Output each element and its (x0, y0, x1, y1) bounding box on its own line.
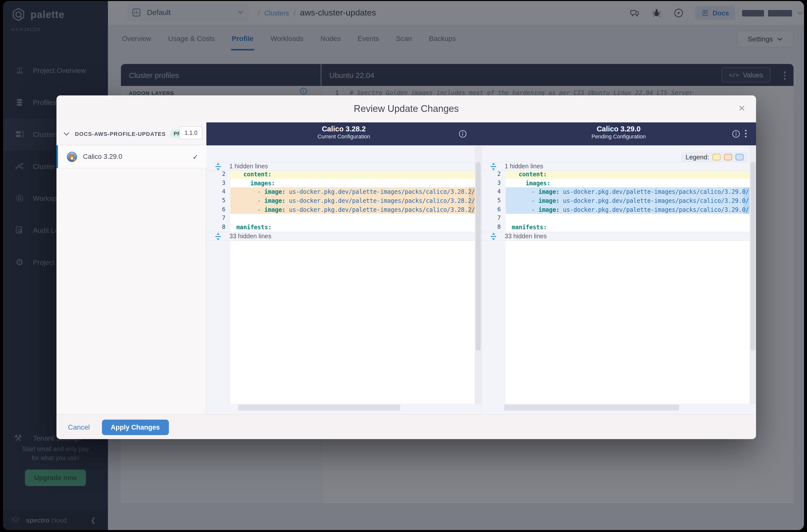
code-line: 3 images: (482, 178, 756, 187)
line-number: 5 (206, 196, 230, 205)
line-content: - image: us-docker.pkg.dev/palette-image… (230, 205, 481, 214)
unfold-icon[interactable] (490, 163, 497, 170)
yaml-dash-token: - (257, 197, 261, 204)
code-line: 8 manifests: (206, 223, 481, 231)
diff-panel-current: 2 content: 3 images: 4 - image: us-docke… (206, 145, 481, 414)
vertical-scrollbar[interactable] (750, 146, 756, 404)
yaml-dash-token: - (531, 188, 535, 195)
code-line: 5 - image: us-docker.pkg.dev/palette-ima… (482, 196, 756, 205)
horizontal-scrollbar-thumb[interactable] (238, 405, 400, 411)
line-number: 2 (482, 170, 506, 178)
unfold-icon[interactable] (490, 232, 497, 240)
code-lines-current: 2 content: 3 images: 4 - image: us-docke… (206, 170, 481, 232)
line-number: 7 (482, 214, 506, 223)
info-icon[interactable] (459, 130, 467, 138)
pending-config-header: Calico 3.29.0 Pending Configuration (481, 122, 756, 145)
profile-tree-header[interactable]: DOCS-AWS-PROFILE-UPDATES PROJ 1.1.0 (56, 122, 206, 145)
modal-footer: Cancel Apply Changes (56, 414, 756, 439)
hidden-lines-row[interactable]: 1 hidden lines (482, 162, 756, 171)
line-content: manifests: (230, 223, 481, 231)
horizontal-scrollbar-thumb[interactable] (504, 405, 679, 411)
app-window: palette 4.6.0-241203 Project Overview Pr… (3, 1, 804, 530)
line-content: content: (230, 170, 481, 178)
line-content: images: (506, 178, 756, 187)
legend-removed-swatch (724, 154, 732, 160)
scrollbar-thumb[interactable] (750, 162, 755, 351)
line-number: 6 (482, 205, 506, 214)
code-lines-pending: 2 content: 3 images: 4 - image: us-docke… (482, 170, 756, 232)
yaml-key-token: image: (539, 188, 559, 195)
line-content: images: (230, 178, 481, 187)
line-content: - image: us-docker.pkg.dev/palette-image… (230, 196, 481, 205)
scrollbar-thumb[interactable] (475, 162, 481, 351)
yaml-value-token: us-docker.pkg.dev/palette-images/packs/c… (289, 188, 475, 195)
review-update-changes-modal: Review Update Changes × DOCS-AWS-PROFILE… (56, 95, 756, 439)
line-number: 2 (206, 170, 230, 178)
line-number: 8 (206, 223, 230, 231)
hidden-lines-label: 1 hidden lines (229, 163, 268, 170)
legend-added-swatch (735, 154, 744, 160)
pack-item-calico[interactable]: Calico 3.29.0 ✓ (56, 145, 206, 168)
chevron-down-icon (63, 132, 70, 136)
line-content: - image: us-docker.pkg.dev/palette-image… (230, 188, 481, 196)
hidden-lines-row[interactable]: 33 hidden lines (206, 232, 481, 241)
line-content (230, 214, 481, 223)
hidden-lines-label: 33 hidden lines (505, 233, 547, 240)
diff-panel-pending: Legend: 2 content: 3 images: 4 - ima (481, 145, 756, 414)
line-content: - image: us-docker.pkg.dev/palette-image… (506, 188, 756, 196)
yaml-key-token: image: (539, 206, 559, 213)
calico-logo-icon (67, 151, 77, 162)
yaml-key-token: content: (243, 171, 271, 178)
code-line: 8 manifests: (482, 223, 756, 231)
unfold-icon[interactable] (215, 232, 221, 240)
yaml-dash-token: - (531, 197, 535, 204)
hidden-lines-row[interactable]: 33 hidden lines (482, 232, 756, 241)
line-number: 4 (206, 188, 230, 196)
yaml-value-token: us-docker.pkg.dev/palette-images/packs/c… (289, 197, 475, 204)
current-config-header: Calico 3.28.2 Current Configuration (206, 122, 481, 145)
hidden-lines-label: 1 hidden lines (505, 163, 543, 170)
yaml-value-token: us-docker.pkg.dev/palette-images/packs/c… (289, 206, 475, 213)
unfold-icon[interactable] (215, 163, 221, 170)
current-pack-subtitle: Current Configuration (206, 133, 481, 139)
legend-modified-swatch (713, 154, 720, 160)
diff-header: Calico 3.28.2 Current Configuration Cali… (206, 122, 756, 145)
kebab-menu-icon[interactable] (745, 130, 747, 137)
yaml-value-token: us-docker.pkg.dev/palette-images/packs/c… (563, 206, 756, 213)
yaml-dash-token: - (257, 188, 261, 195)
code-line: 3 images: (206, 178, 481, 187)
modal-title: Review Update Changes (56, 103, 756, 114)
line-number: 6 (206, 205, 230, 214)
line-number: 5 (482, 196, 506, 205)
line-number: 4 (482, 188, 506, 196)
pack-item-label: Calico 3.29.0 (83, 153, 123, 160)
apply-changes-button[interactable]: Apply Changes (102, 419, 169, 435)
info-icon[interactable] (732, 130, 740, 138)
yaml-value-token: us-docker.pkg.dev/palette-images/packs/c… (563, 197, 756, 204)
yaml-key-token: images: (250, 179, 275, 187)
yaml-key-token: manifests: (512, 224, 547, 231)
close-icon[interactable]: × (738, 102, 745, 115)
modal-titlebar: Review Update Changes × (56, 95, 756, 123)
vertical-scrollbar[interactable] (475, 146, 481, 404)
yaml-key-token: content: (519, 171, 547, 178)
legend-label: Legend: (686, 153, 709, 161)
code-line: 7 (206, 214, 481, 223)
stage: palette 4.6.0-241203 Project Overview Pr… (0, 0, 807, 532)
line-number: 7 (206, 214, 230, 223)
yaml-key-token: image: (539, 197, 559, 204)
hidden-lines-row[interactable]: 1 hidden lines (206, 162, 481, 171)
line-content: content: (506, 170, 756, 178)
yaml-key-token: manifests: (236, 224, 271, 231)
code-line: 2 content: (482, 170, 756, 178)
yaml-key-token: image: (264, 206, 285, 213)
line-number: 3 (206, 178, 230, 187)
yaml-value-token: us-docker.pkg.dev/palette-images/packs/c… (563, 188, 756, 195)
profile-version[interactable]: 1.1.0 (180, 126, 202, 139)
cancel-button[interactable]: Cancel (68, 423, 90, 431)
line-content (506, 214, 756, 223)
hidden-lines-label: 33 hidden lines (229, 233, 271, 240)
yaml-key-token: image: (264, 197, 285, 204)
line-number: 3 (482, 178, 506, 187)
code-line: 5 - image: us-docker.pkg.dev/palette-ima… (206, 196, 481, 205)
